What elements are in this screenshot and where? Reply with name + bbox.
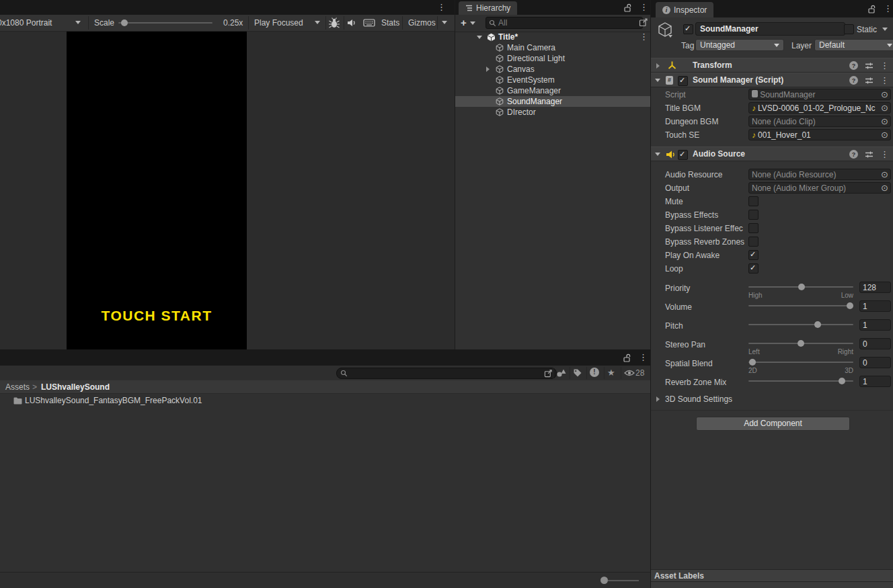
inspector-menu-icon[interactable]: ⋮: [884, 4, 892, 13]
three-d-settings-label[interactable]: 3D Sound Settings: [665, 394, 732, 404]
layer-dropdown[interactable]: Default: [814, 39, 893, 51]
loop-checkbox[interactable]: ✓: [748, 263, 759, 274]
lock-icon[interactable]: [867, 5, 876, 13]
open-search-window-icon[interactable]: [544, 369, 553, 378]
gizmos-dropdown[interactable]: Gizmos: [408, 18, 436, 28]
spatial-blend-value-field[interactable]: 0: [859, 357, 891, 368]
scene-menu-icon[interactable]: ⋮: [639, 32, 648, 41]
presets-icon[interactable]: [865, 77, 873, 85]
gizmos-dropdown-arrow[interactable]: [442, 21, 447, 24]
hierarchy-item[interactable]: Canvas: [455, 64, 651, 75]
eye-icon[interactable]: [624, 369, 635, 377]
reverb-zone-mix-slider[interactable]: [748, 377, 853, 385]
help-icon[interactable]: ?: [849, 150, 858, 159]
tab-hierarchy[interactable]: Hierarchy: [459, 1, 517, 15]
hierarchy-item[interactable]: Main Camera: [455, 42, 651, 53]
object-picker-icon[interactable]: ⊙: [881, 169, 888, 180]
asset-labels-bar[interactable]: Asset Labels: [651, 569, 893, 582]
focus-dropdown[interactable]: Play Focused: [254, 18, 303, 28]
project-menu-icon[interactable]: ⋮: [639, 353, 648, 362]
audio-source-header[interactable]: ✓ Audio Source ? ⋮: [651, 146, 893, 161]
dungeon-bgm-field[interactable]: None (Audio Clip) ⊙: [748, 116, 891, 127]
hierarchy-item[interactable]: DIrector: [455, 107, 651, 118]
folder-row[interactable]: LUShvalleySound_FantasyBGM_FreePackVol.0…: [0, 395, 650, 407]
volume-value-field[interactable]: 1: [859, 300, 891, 312]
aspect-dropdown-arrow[interactable]: [75, 21, 81, 24]
hierarchy-item[interactable]: GameManager: [455, 85, 651, 96]
hierarchy-item[interactable]: Directional Light: [455, 53, 651, 64]
three-d-settings-foldout-arrow[interactable]: [656, 396, 660, 402]
game-menu-icon[interactable]: ⋮: [437, 3, 446, 11]
bypass-reverb-checkbox[interactable]: ✓: [748, 237, 759, 247]
tab-inspector[interactable]: i Inspector: [656, 2, 713, 17]
hierarchy-menu-icon[interactable]: ⋮: [639, 3, 648, 11]
component-menu-icon[interactable]: ⋮: [880, 150, 889, 159]
scale-slider[interactable]: [118, 19, 212, 27]
object-picker-icon[interactable]: ⊙: [881, 130, 888, 140]
help-icon[interactable]: ?: [849, 61, 858, 70]
object-picker-icon[interactable]: ⊙: [881, 103, 888, 114]
component-enabled-checkbox[interactable]: ✓: [678, 150, 688, 160]
game-screen[interactable]: TOUCH START: [67, 32, 247, 349]
script-object-field[interactable]: SoundManager ⊙: [748, 89, 891, 100]
pitch-slider[interactable]: [748, 321, 853, 329]
sound-manager-header[interactable]: # ✓ Sound Manager (Script) ? ⋮: [651, 73, 893, 87]
lock-icon[interactable]: [623, 353, 631, 362]
component-enabled-checkbox[interactable]: ✓: [678, 76, 688, 86]
alert-filter-icon[interactable]: !: [590, 368, 599, 377]
component-menu-icon[interactable]: ⋮: [880, 61, 889, 70]
add-component-button[interactable]: Add Component: [696, 417, 850, 431]
output-field[interactable]: None (Audio Mixer Group) ⊙: [748, 182, 891, 194]
foldout-arrow[interactable]: [655, 79, 660, 82]
speaker-icon[interactable]: [347, 18, 357, 28]
breadcrumb-current[interactable]: LUShvalleySound: [41, 382, 110, 392]
scene-foldout-arrow[interactable]: [477, 36, 482, 39]
reverb-zone-mix-value-field[interactable]: 1: [859, 376, 891, 387]
presets-icon[interactable]: [865, 151, 873, 159]
object-picker-icon[interactable]: ⊙: [881, 183, 888, 194]
touch-se-field[interactable]: ♪001_Hover_01 ⊙: [748, 129, 891, 140]
stats-button[interactable]: Stats: [381, 18, 399, 28]
mute-checkbox[interactable]: ✓: [748, 196, 759, 206]
audio-resource-field[interactable]: None (Audio Resource) ⊙: [748, 169, 891, 180]
hierarchy-item-selected[interactable]: SoundManager: [455, 96, 651, 107]
play-on-awake-checkbox[interactable]: ✓: [748, 250, 759, 260]
project-search-input[interactable]: [336, 368, 557, 379]
scene-row[interactable]: Title* ⋮: [455, 32, 651, 42]
mute-audio-bug-icon[interactable]: [328, 17, 340, 29]
foldout-arrow[interactable]: [656, 63, 660, 69]
favorites-star-icon[interactable]: ★: [607, 368, 615, 378]
static-dropdown-arrow[interactable]: [882, 28, 888, 31]
breadcrumb-root[interactable]: Assets: [5, 382, 30, 392]
aspect-dropdown[interactable]: 0x1080 Portrait: [0, 18, 52, 28]
active-checkbox[interactable]: ✓: [683, 24, 693, 34]
lock-icon[interactable]: [623, 3, 632, 12]
bypass-listener-checkbox[interactable]: ✓: [748, 223, 759, 233]
item-foldout-arrow[interactable]: [486, 67, 490, 72]
create-button[interactable]: +: [461, 17, 467, 28]
volume-slider[interactable]: [748, 302, 853, 310]
filter-by-label-icon[interactable]: [573, 368, 582, 378]
title-bgm-field[interactable]: ♪LVSD-0006_01-02_Prologue_Nc ⊙: [748, 102, 891, 114]
priority-slider[interactable]: [748, 283, 853, 291]
open-search-window-icon[interactable]: [639, 17, 648, 27]
static-checkbox[interactable]: ✓: [844, 24, 854, 34]
gameobject-name-field[interactable]: SoundManager: [695, 22, 845, 36]
component-menu-icon[interactable]: ⋮: [880, 76, 889, 85]
pitch-value-field[interactable]: 1: [859, 319, 891, 331]
bypass-effects-checkbox[interactable]: ✓: [748, 210, 759, 220]
filter-by-type-icon[interactable]: [556, 368, 567, 378]
help-icon[interactable]: ?: [849, 76, 858, 85]
thumbnail-zoom-knob[interactable]: [600, 577, 608, 584]
thumbnail-zoom-track[interactable]: [608, 580, 639, 581]
gameobject-icon-arrow[interactable]: [668, 35, 672, 38]
hierarchy-search-input[interactable]: All: [486, 17, 643, 29]
spatial-blend-slider[interactable]: [748, 358, 853, 366]
keyboard-icon[interactable]: [363, 18, 375, 28]
stereo-pan-slider[interactable]: [748, 339, 853, 347]
foldout-arrow[interactable]: [655, 153, 660, 156]
tag-dropdown[interactable]: Untagged: [695, 39, 784, 51]
create-dropdown-arrow[interactable]: [470, 22, 475, 25]
hierarchy-item[interactable]: EventSystem: [455, 75, 651, 85]
object-picker-icon[interactable]: ⊙: [881, 116, 888, 127]
